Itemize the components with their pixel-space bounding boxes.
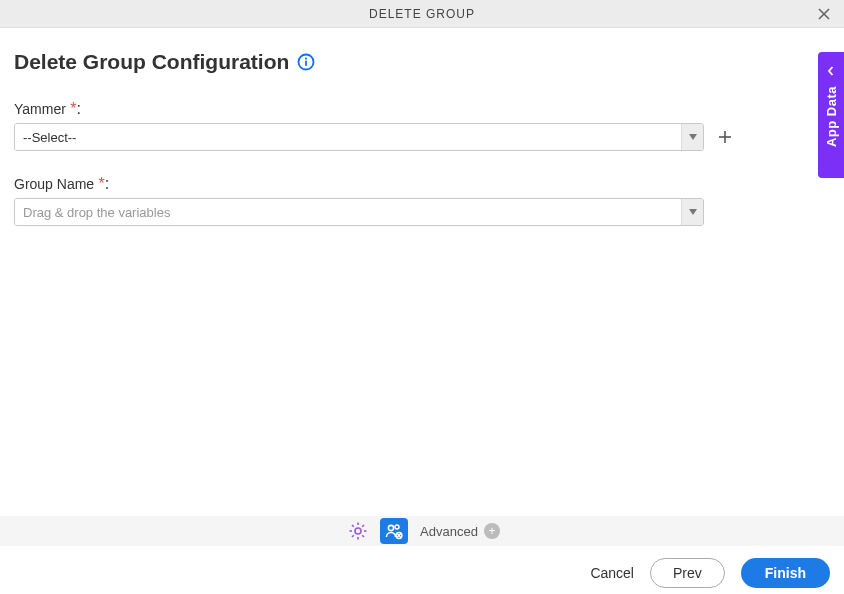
svg-line-16 xyxy=(352,535,354,537)
cancel-button[interactable]: Cancel xyxy=(590,565,634,581)
finish-button[interactable]: Finish xyxy=(741,558,830,588)
group-name-input[interactable]: Drag & drop the variables xyxy=(14,198,704,226)
add-yammer-button[interactable] xyxy=(714,126,736,148)
yammer-select-value: --Select-- xyxy=(15,124,681,150)
svg-line-17 xyxy=(362,525,364,527)
app-data-panel-toggle[interactable]: App Data xyxy=(818,52,844,178)
yammer-label: Yammer xyxy=(14,101,66,117)
yammer-select[interactable]: --Select-- xyxy=(14,123,704,151)
tab-bar: Advanced + xyxy=(0,516,844,546)
group-tab[interactable] xyxy=(380,518,408,544)
yammer-label-row: Yammer *: xyxy=(14,100,830,123)
chevron-left-icon xyxy=(826,62,836,80)
content-area: Delete Group Configuration Yammer *: --S… xyxy=(0,28,844,226)
people-remove-icon xyxy=(384,521,404,541)
caret-down-icon xyxy=(689,134,697,140)
label-colon: : xyxy=(77,100,81,117)
yammer-field-row: --Select-- xyxy=(14,123,830,151)
advanced-label: Advanced xyxy=(420,524,478,539)
footer: Cancel Prev Finish xyxy=(0,552,844,594)
prev-button[interactable]: Prev xyxy=(650,558,725,588)
dialog-title: DELETE GROUP xyxy=(369,7,475,21)
close-button[interactable] xyxy=(814,4,834,24)
expand-plus-icon: + xyxy=(484,523,500,539)
svg-point-9 xyxy=(355,528,361,534)
group-name-field-row: Drag & drop the variables xyxy=(14,198,830,226)
yammer-form-group: Yammer *: --Select-- xyxy=(14,100,830,151)
gear-icon xyxy=(348,521,368,541)
advanced-toggle[interactable]: Advanced + xyxy=(420,523,500,539)
svg-marker-8 xyxy=(689,209,697,215)
settings-tab[interactable] xyxy=(344,518,372,544)
info-button[interactable] xyxy=(297,53,315,71)
group-name-label-row: Group Name *: xyxy=(14,175,830,198)
page-title: Delete Group Configuration xyxy=(14,50,289,74)
svg-line-14 xyxy=(352,525,354,527)
label-colon: : xyxy=(105,175,109,192)
close-icon xyxy=(817,7,831,21)
plus-icon xyxy=(717,129,733,145)
svg-point-19 xyxy=(395,525,399,529)
svg-rect-4 xyxy=(305,61,307,66)
dialog-header: DELETE GROUP xyxy=(0,0,844,28)
group-name-label: Group Name xyxy=(14,176,94,192)
page-title-row: Delete Group Configuration xyxy=(14,50,830,74)
app-data-label: App Data xyxy=(824,86,839,147)
svg-point-18 xyxy=(388,525,393,530)
caret-down-icon xyxy=(689,209,697,215)
svg-marker-5 xyxy=(689,134,697,140)
group-name-caret xyxy=(681,199,703,225)
svg-point-3 xyxy=(305,57,307,59)
svg-line-15 xyxy=(362,535,364,537)
info-icon xyxy=(297,53,315,71)
group-name-form-group: Group Name *: Drag & drop the variables xyxy=(14,175,830,226)
group-name-placeholder: Drag & drop the variables xyxy=(15,199,681,225)
yammer-select-caret xyxy=(681,124,703,150)
